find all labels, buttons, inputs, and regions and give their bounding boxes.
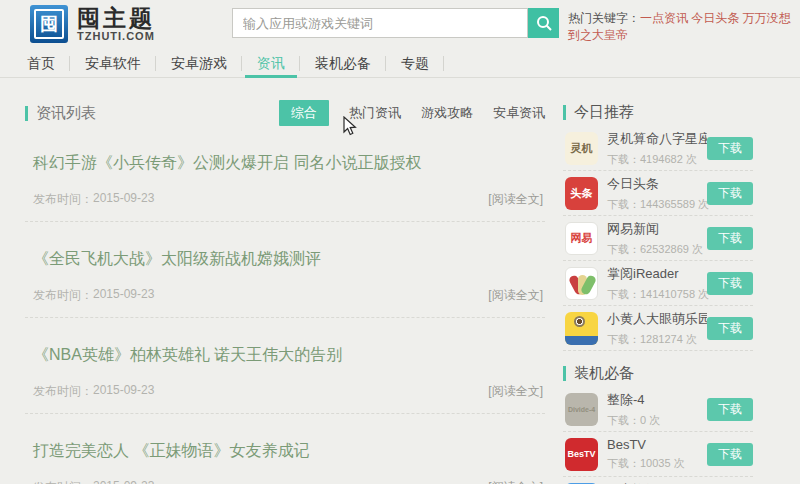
publish-date: 2015-09-23: [93, 287, 154, 304]
app-item: 网易 网易新闻 下载：62532869 次 下载: [563, 216, 753, 261]
app-item: Divide-4 整除-4 下载：0 次 下载: [563, 387, 753, 432]
hot-keywords: 热门关键字：一点资讯 今日头条 万万没想到之大皇帝: [568, 10, 793, 44]
essentials-section-title: 装机必备: [574, 364, 634, 383]
tab-all[interactable]: 综合: [279, 100, 329, 126]
app-name[interactable]: 今日头条: [607, 175, 707, 193]
site-title: 囤主题: [77, 6, 155, 30]
app-name[interactable]: 整除-4: [607, 391, 707, 409]
publish-date-label: 发布时间：: [33, 383, 93, 400]
section-accent-bar: [25, 106, 28, 121]
news-filter-tabs: 综合 热门资讯 游戏攻略 安卓资讯: [279, 100, 545, 126]
minion-overalls: [565, 336, 598, 345]
download-button[interactable]: 下载: [707, 272, 753, 295]
recommend-header: 今日推荐: [563, 100, 753, 124]
app-item: BesTV BesTV 下载：10035 次 下载: [563, 432, 753, 477]
sidebar: 今日推荐 灵机 灵机算命八字星座解梦风 下载：4194682 次 下载 头条 今…: [563, 100, 753, 484]
publish-date-label: 发布时间：: [33, 287, 93, 304]
news-item-title[interactable]: 《NBA英雄》柏林英雄礼 诺天王伟大的告别: [33, 345, 545, 366]
header: 囤 囤主题 TZHUTI.COM 热门关键字：一点资讯 今日头条 万万没想到之大…: [0, 0, 800, 50]
download-button[interactable]: 下载: [707, 317, 753, 340]
news-item-title[interactable]: 《全民飞机大战》太阳级新战机嫦娥测评: [33, 249, 545, 270]
divide4-app-icon: Divide-4: [565, 393, 598, 426]
app-info: 小黄人大眼萌乐园 下载：1281274 次: [607, 310, 707, 347]
search-icon: [535, 14, 553, 32]
news-section: 资讯列表 综合 热门资讯 游戏攻略 安卓资讯 科幻手游《小兵传奇》公测火爆开启 …: [25, 100, 545, 484]
read-more-link[interactable]: [阅读全文]: [488, 191, 543, 208]
download-button[interactable]: 下载: [707, 227, 753, 250]
download-button[interactable]: 下载: [707, 182, 753, 205]
news-item-title[interactable]: 打造完美恋人 《正妹物语》女友养成记: [33, 441, 545, 462]
app-name[interactable]: 网易新闻: [607, 220, 707, 238]
nav-item-android-games[interactable]: 安卓游戏: [156, 50, 242, 77]
news-item: 科幻手游《小兵传奇》公测火爆开启 同名小说正版授权 发布时间： 2015-09-…: [25, 153, 545, 222]
app-item: 1. 一点资讯 下载：4093659 次 下载: [563, 477, 753, 484]
news-item-meta: 发布时间： 2015-09-23 [阅读全文]: [33, 191, 543, 208]
read-more-link[interactable]: [阅读全文]: [488, 287, 543, 304]
app-name[interactable]: 掌阅iReader: [607, 265, 707, 283]
recommend-section-title: 今日推荐: [574, 103, 634, 122]
section-accent-bar: [563, 366, 566, 381]
news-item-meta: 发布时间： 2015-09-23 [阅读全文]: [33, 287, 543, 304]
app-name[interactable]: 小黄人大眼萌乐园: [607, 310, 707, 328]
icon-label: 头条: [571, 188, 593, 199]
nav-item-android-software[interactable]: 安卓软件: [70, 50, 156, 77]
icon-label: 灵机: [571, 143, 593, 154]
read-more-link[interactable]: [阅读全文]: [488, 383, 543, 400]
app-item: 头条 今日头条 下载：144365589 次 下载: [563, 171, 753, 216]
app-download-count: 下载：144365589 次: [607, 197, 707, 212]
nav-item-essentials[interactable]: 装机必备: [300, 50, 386, 77]
site-logo[interactable]: 囤 囤主题 TZHUTI.COM: [30, 5, 155, 43]
minion-app-icon: [565, 312, 598, 345]
page: { "accent": "#4cc3a7", "header": { "logo…: [0, 0, 800, 484]
app-download-count: 下载：4194682 次: [607, 152, 707, 167]
publish-date-label: 发布时间：: [33, 479, 93, 484]
download-button[interactable]: 下载: [707, 398, 753, 421]
download-button[interactable]: 下载: [707, 443, 753, 466]
app-download-count: 下载：1281274 次: [607, 332, 707, 347]
tab-game-guides[interactable]: 游戏攻略: [421, 104, 473, 122]
search-button[interactable]: [528, 8, 559, 38]
read-more-link[interactable]: [阅读全文]: [488, 479, 543, 484]
publish-date: 2015-09-23: [93, 191, 154, 208]
nav-item-topics[interactable]: 专题: [386, 50, 444, 77]
app-name[interactable]: BesTV: [607, 437, 707, 452]
netease-news-app-icon: 网易: [565, 222, 598, 255]
essentials-header: 装机必备: [563, 361, 753, 385]
minion-goggle: [574, 316, 585, 327]
publish-date: 2015-09-23: [93, 479, 154, 484]
tab-android-news[interactable]: 安卓资讯: [493, 104, 545, 122]
app-download-count: 下载：0 次: [607, 413, 707, 428]
news-item-meta: 发布时间： 2015-09-23 [阅读全文]: [33, 479, 543, 484]
logo-text: 囤主题 TZHUTI.COM: [77, 6, 155, 42]
app-info: 整除-4 下载：0 次: [607, 391, 707, 428]
app-name[interactable]: 灵机算命八字星座解梦风: [607, 130, 707, 148]
app-item: 灵机 灵机算命八字星座解梦风 下载：4194682 次 下载: [563, 126, 753, 171]
news-item-title[interactable]: 科幻手游《小兵传奇》公测火爆开启 同名小说正版授权: [33, 153, 545, 174]
site-domain: TZHUTI.COM: [77, 30, 155, 42]
logo-glyph: 囤: [34, 9, 64, 39]
app-item: 掌阅iReader 下载：141410758 次 下载: [563, 261, 753, 306]
news-item: 《全民飞机大战》太阳级新战机嫦娥测评 发布时间： 2015-09-23 [阅读全…: [25, 249, 545, 318]
publish-date: 2015-09-23: [93, 383, 154, 400]
app-name[interactable]: 一点资讯: [607, 481, 707, 484]
search-input[interactable]: [232, 8, 528, 38]
hot-keywords-label: 热门关键字：: [568, 11, 640, 25]
icon-label: 网易: [571, 233, 593, 244]
download-button[interactable]: 下载: [707, 137, 753, 160]
news-item: 打造完美恋人 《正妹物语》女友养成记 发布时间： 2015-09-23 [阅读全…: [25, 441, 545, 484]
nav-item-home[interactable]: 首页: [12, 50, 70, 77]
app-info: 掌阅iReader 下载：141410758 次: [607, 265, 707, 302]
app-info: BesTV 下载：10035 次: [607, 437, 707, 471]
app-info: 今日头条 下载：144365589 次: [607, 175, 707, 212]
lingji-app-icon: 灵机: [565, 132, 598, 165]
nav-item-news[interactable]: 资讯: [242, 50, 300, 77]
news-item: 《NBA英雄》柏林英雄礼 诺天王伟大的告别 发布时间： 2015-09-23 […: [25, 345, 545, 414]
app-item: 小黄人大眼萌乐园 下载：1281274 次 下载: [563, 306, 753, 351]
news-item-meta: 发布时间： 2015-09-23 [阅读全文]: [33, 383, 543, 400]
main-nav: 首页 安卓软件 安卓游戏 资讯 装机必备 专题: [0, 50, 800, 78]
mouse-cursor-icon: [343, 116, 357, 140]
app-download-count: 下载：10035 次: [607, 456, 707, 471]
ireader-book-icon: [565, 267, 598, 300]
app-info: 灵机算命八字星座解梦风 下载：4194682 次: [607, 130, 707, 167]
news-section-title: 资讯列表: [36, 104, 96, 123]
